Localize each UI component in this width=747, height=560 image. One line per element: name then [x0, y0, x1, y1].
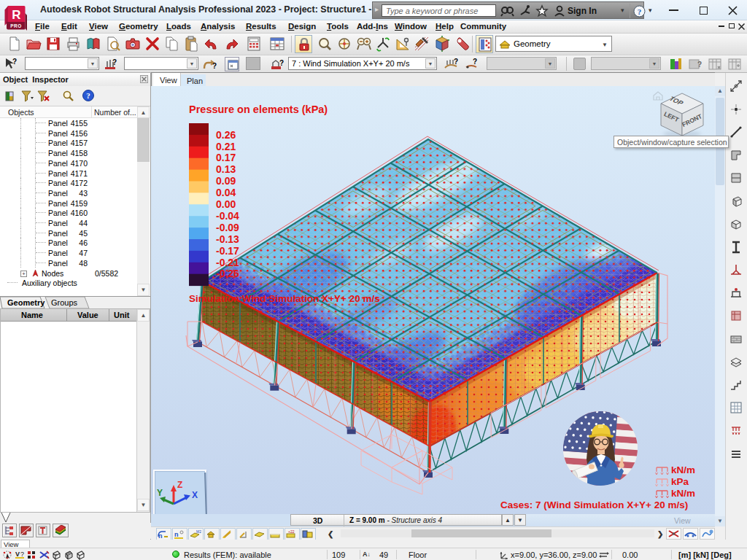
svg-text:n: n	[158, 532, 163, 540]
svg-text:?: ?	[473, 58, 477, 66]
svg-text:kPa: kPa	[671, 476, 689, 487]
svg-text:R: R	[12, 8, 20, 22]
svg-text:?: ?	[112, 58, 117, 66]
svg-text:?: ?	[697, 61, 702, 69]
svg-text:-0.13: -0.13	[216, 233, 239, 245]
svg-text:Y: Y	[157, 488, 163, 498]
svg-text:0.21: 0.21	[216, 141, 236, 152]
svg-text:0.17: 0.17	[216, 152, 236, 163]
svg-text:?: ?	[454, 58, 458, 66]
svg-text:Cases: 7 (Wind Simulation X+Y+: Cases: 7 (Wind Simulation X+Y+ 20 m/s)	[500, 499, 688, 510]
svg-text:?: ?	[12, 58, 17, 66]
svg-text:Pressure on elements (kPa): Pressure on elements (kPa)	[189, 104, 328, 115]
svg-text:0.09: 0.09	[216, 175, 236, 187]
svg-text:-0.17: -0.17	[216, 245, 239, 257]
svg-text:?: ?	[279, 59, 284, 67]
svg-text:kN/m: kN/m	[671, 488, 695, 499]
svg-text:0.13: 0.13	[216, 163, 236, 175]
svg-text:PRO: PRO	[10, 23, 22, 28]
svg-text:n: n	[174, 531, 179, 538]
svg-text:Z: Z	[177, 480, 182, 490]
svg-text:X: X	[192, 490, 198, 500]
svg-text:M23: M23	[196, 529, 201, 534]
svg-text:0.26: 0.26	[216, 129, 236, 141]
svg-text:-0.21: -0.21	[216, 257, 239, 268]
svg-text:kN/m: kN/m	[671, 464, 695, 475]
svg-text:Simulation Wind Simulation X+Y: Simulation Wind Simulation X+Y+ 20 m/s	[189, 293, 380, 304]
svg-text:?: ?	[86, 91, 90, 100]
svg-text:-0.04: -0.04	[216, 210, 239, 222]
svg-text:+22: +22	[288, 529, 295, 534]
svg-text:-0.26: -0.26	[216, 268, 239, 279]
svg-text:?: ?	[212, 62, 217, 70]
svg-text:-0.09: -0.09	[216, 222, 239, 233]
svg-text:0.04: 0.04	[216, 187, 236, 198]
svg-text:?: ?	[638, 7, 642, 16]
svg-text:V: V	[15, 551, 20, 558]
svg-text:0.00: 0.00	[216, 198, 236, 210]
svg-text:?: ?	[20, 551, 24, 558]
